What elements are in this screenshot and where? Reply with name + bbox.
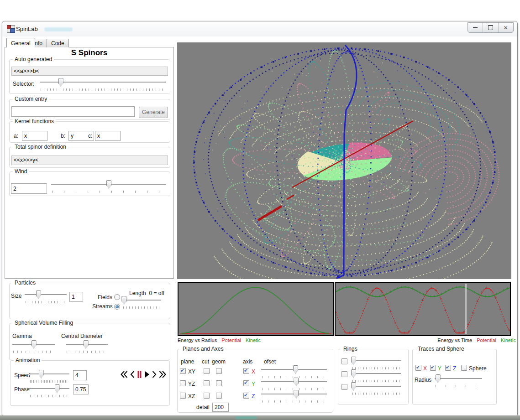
axis-y-label: Y	[252, 381, 255, 387]
radius-slider-track[interactable]	[435, 378, 482, 379]
ring-2-slider[interactable]	[351, 369, 402, 383]
wind-slider-thumb[interactable]	[106, 180, 111, 189]
spinor-3d-viewport[interactable]	[177, 42, 511, 279]
ring-2-checkbox[interactable]	[341, 371, 347, 377]
central-diameter-slider-thumb[interactable]	[84, 340, 89, 349]
plane-xy-checkbox[interactable]	[180, 368, 186, 374]
step-forward-button[interactable]	[152, 370, 157, 379]
geom-xz-checkbox[interactable]	[216, 393, 222, 399]
ring-1-slider-thumb[interactable]	[351, 357, 356, 365]
group-rings-label: Rings	[341, 346, 359, 352]
pause-icon	[137, 370, 142, 379]
geom-xy-checkbox[interactable]	[216, 368, 222, 374]
gamma-slider[interactable]	[11, 340, 56, 353]
close-button[interactable]: ✕	[499, 23, 513, 32]
skip-forward-button[interactable]	[159, 370, 167, 379]
step-back-button[interactable]	[130, 370, 135, 379]
length-slider-track[interactable]	[122, 300, 161, 301]
energy-vs-time-chart	[335, 282, 511, 336]
plane-yz-label: YZ	[188, 381, 195, 387]
geom-yz-checkbox[interactable]	[216, 380, 222, 386]
wind-slider[interactable]	[50, 180, 167, 193]
plane-xz-checkbox[interactable]	[180, 393, 186, 399]
ring-3-slider[interactable]	[351, 382, 402, 395]
group-animation: Animation	[10, 360, 170, 406]
ofset-y-slider-thumb[interactable]	[294, 378, 299, 386]
ring-2-slider-thumb[interactable]	[351, 369, 356, 378]
sphere-label: Sphere	[469, 365, 487, 372]
speed-input[interactable]	[73, 370, 87, 380]
left-chart-title: Energy vs Radius	[178, 337, 217, 343]
phase-slider-track[interactable]	[29, 388, 69, 389]
speed-slider-track[interactable]	[29, 373, 69, 375]
radius-slider-thumb[interactable]	[436, 374, 441, 383]
central-diameter-slider[interactable]	[65, 340, 109, 353]
group-animation-label: Animation	[14, 357, 42, 363]
maximize-button[interactable]	[483, 23, 498, 32]
ofset-x-slider[interactable]	[260, 365, 328, 379]
playback-controls	[120, 370, 167, 379]
cut-xz-checkbox[interactable]	[204, 393, 210, 399]
col-ofset-header: ofset	[264, 358, 276, 365]
ring-3-slider-ticks	[352, 393, 400, 395]
particle-size-input[interactable]	[69, 292, 83, 302]
streams-radio[interactable]	[114, 304, 120, 310]
length-slider[interactable]	[121, 296, 162, 309]
ofset-y-slider[interactable]	[260, 377, 328, 391]
selector-slider[interactable]	[39, 78, 167, 91]
titlebar[interactable]: SpinLab ✕	[2, 21, 517, 36]
wind-input[interactable]	[11, 183, 47, 194]
speed-slider[interactable]	[28, 369, 70, 383]
sphere-checkbox[interactable]	[461, 365, 467, 371]
minimize-button[interactable]	[468, 23, 483, 32]
kernel-a-input[interactable]	[22, 131, 47, 141]
axis-x-checkbox[interactable]	[243, 368, 249, 374]
tab-general[interactable]: General	[6, 38, 35, 47]
ring-1-checkbox[interactable]	[341, 358, 347, 364]
tab-code[interactable]: Code	[47, 39, 69, 47]
pause-button[interactable]	[137, 370, 142, 379]
cut-xy-checkbox[interactable]	[204, 368, 210, 374]
generate-button[interactable]: Generate	[139, 107, 168, 118]
ofset-z-slider-thumb[interactable]	[294, 390, 299, 399]
ring-3-slider-thumb[interactable]	[351, 382, 356, 391]
maximize-icon	[488, 25, 493, 30]
kernel-c-input[interactable]	[95, 131, 121, 141]
ring-1-slider[interactable]	[351, 356, 402, 370]
plane-xz-label: XZ	[188, 393, 195, 399]
plane-yz-checkbox[interactable]	[180, 380, 186, 386]
selector-slider-thumb[interactable]	[58, 78, 63, 87]
skip-back-button[interactable]	[120, 370, 128, 379]
trace-z-checkbox[interactable]	[445, 365, 451, 371]
phase-slider[interactable]	[28, 384, 70, 398]
custom-entry-input[interactable]	[11, 106, 135, 117]
gamma-slider-thumb[interactable]	[32, 340, 37, 349]
ring-2-slider-track[interactable]	[352, 373, 401, 374]
cut-yz-checkbox[interactable]	[204, 380, 210, 386]
fields-radio[interactable]	[114, 294, 120, 300]
axis-y-checkbox[interactable]	[243, 380, 249, 386]
play-button[interactable]	[144, 370, 150, 379]
group-wind-label: Wind	[13, 168, 29, 175]
radius-slider[interactable]	[434, 374, 483, 388]
ring-3-slider-track[interactable]	[352, 386, 401, 387]
phase-input[interactable]	[73, 384, 89, 394]
particle-size-slider[interactable]	[24, 290, 68, 304]
speed-slider-thumb[interactable]	[39, 370, 44, 379]
phase-slider-thumb[interactable]	[55, 384, 60, 393]
ring-3-checkbox[interactable]	[341, 384, 347, 390]
energy-vs-radius-chart	[178, 282, 334, 336]
axis-z-checkbox[interactable]	[243, 393, 249, 399]
ring-1-slider-track[interactable]	[352, 360, 401, 362]
window-controls: ✕	[467, 22, 514, 33]
ofset-x-slider-thumb[interactable]	[293, 365, 298, 374]
col-plane-header: plane	[181, 358, 194, 365]
gamma-slider-ticks	[13, 351, 54, 353]
trace-x-checkbox[interactable]	[415, 365, 421, 371]
ofset-z-slider[interactable]	[260, 389, 328, 403]
length-slider-thumb[interactable]	[121, 296, 126, 305]
trace-y-checkbox[interactable]	[430, 365, 436, 371]
detail-input[interactable]	[212, 403, 229, 412]
particle-size-slider-thumb[interactable]	[36, 290, 41, 299]
particle-size-slider-track[interactable]	[25, 294, 67, 296]
